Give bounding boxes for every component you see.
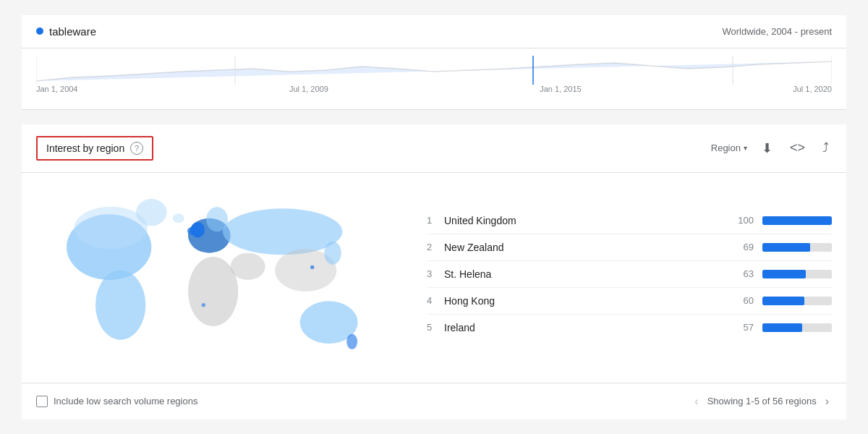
svg-point-10 [223,208,342,255]
rank-score: 63 [728,268,754,279]
rank-number: 2 [427,242,444,252]
rank-bar-container [762,216,832,225]
world-map-svg [43,180,391,368]
keyword-area: tableware [36,25,96,38]
rank-score: 69 [728,242,754,252]
rank-number: 4 [427,295,444,306]
rank-score: 60 [728,295,754,306]
rankings-list: 1 United Kingdom 100 2 New Zealand 69 3 … [427,180,832,368]
svg-point-18 [187,226,195,234]
keyword-dot [36,27,43,35]
date-3: Jan 1, 2015 [540,85,582,93]
ranking-item[interactable]: 5 Ireland 57 [427,315,832,341]
rank-bar-container [762,297,832,305]
low-volume-checkbox[interactable] [36,396,48,407]
rank-bar-fill [762,243,810,252]
ranking-item[interactable]: 3 St. Helena 63 [427,261,832,288]
date-2: Jul 1, 2009 [289,85,328,93]
region-title-box: Interest by region ? [36,136,153,161]
rank-bar-container [762,270,832,278]
rank-country: New Zealand [444,242,728,253]
region-section: Interest by region ? Region ▾ ⬇ <> ⤴ [22,124,846,420]
rank-bar-fill [762,297,804,305]
chevron-down-icon: ▾ [744,144,747,152]
region-controls: Region ▾ ⬇ <> ⤴ [711,137,832,159]
rank-score: 100 [728,215,754,226]
rank-score: 57 [728,322,754,333]
date-4: Jul 1, 2020 [793,85,832,93]
region-body: 1 United Kingdom 100 2 New Zealand 69 3 … [22,173,846,383]
rank-bar-container [762,243,832,252]
region-footer: Include low search volume regions ‹ Show… [22,383,846,420]
map-area [36,180,398,368]
rank-bar-fill [762,216,832,225]
rank-number: 1 [427,215,444,226]
region-dropdown-label: Region [711,142,741,153]
timeline-area: Jan 1, 2004 Jul 1, 2009 Jan 1, 2015 Jul … [22,48,846,110]
region-dropdown[interactable]: Region ▾ [711,142,747,153]
region-header: Interest by region ? Region ▾ ⬇ <> ⤴ [22,124,846,173]
next-page-arrow[interactable]: › [822,393,832,409]
region-title: Interest by region [46,142,124,154]
pagination-text: Showing 1-5 of 56 regions [707,396,817,407]
timeline-chart [36,56,832,85]
keyword-label: tableware [49,25,96,38]
rank-country: Hong Kong [444,295,728,307]
rank-country: Ireland [444,322,728,333]
svg-point-13 [324,241,341,264]
svg-point-17 [346,333,357,349]
svg-point-19 [310,265,314,268]
low-volume-label: Include low search volume regions [54,396,197,407]
date-range: Worldwide, 2004 - present [722,26,832,37]
rank-country: United Kingdom [444,215,728,226]
date-1: Jan 1, 2004 [36,85,78,93]
svg-point-11 [231,252,265,279]
svg-point-21 [75,206,148,249]
prev-page-arrow[interactable]: ‹ [692,393,701,409]
pagination: ‹ Showing 1-5 of 56 regions › [692,393,832,409]
download-icon[interactable]: ⬇ [759,137,775,159]
ranking-item[interactable]: 4 Hong Kong 60 [427,288,832,315]
svg-point-16 [173,213,184,223]
main-container: tableware Worldwide, 2004 - present Jan … [22,15,846,420]
ranking-item[interactable]: 2 New Zealand 69 [427,234,832,261]
ranking-item[interactable]: 1 United Kingdom 100 [427,208,832,234]
section-gap [22,110,846,124]
timeline-dates: Jan 1, 2004 Jul 1, 2009 Jan 1, 2015 Jul … [36,85,832,98]
top-bar: tableware Worldwide, 2004 - present [22,15,846,48]
share-icon[interactable]: ⤴ [820,137,832,158]
svg-point-22 [206,207,228,231]
low-volume-checkbox-label[interactable]: Include low search volume regions [36,396,197,407]
help-icon[interactable]: ? [130,142,143,155]
rank-number: 3 [427,268,444,279]
rank-bar-fill [762,270,806,278]
svg-point-7 [95,270,145,339]
svg-point-20 [202,303,205,307]
rank-bar-fill [762,323,802,332]
rank-number: 5 [427,322,444,333]
rank-country: St. Helena [444,268,728,280]
sparkline-svg [36,56,832,85]
rank-bar-container [762,323,832,332]
embed-icon[interactable]: <> [787,137,808,158]
